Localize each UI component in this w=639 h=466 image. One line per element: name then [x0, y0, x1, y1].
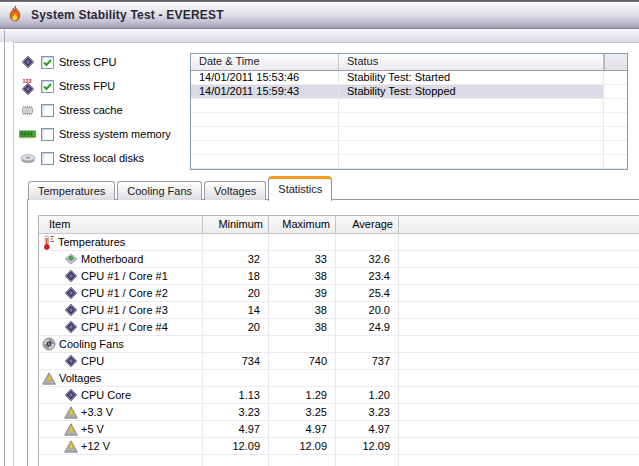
stress-label[interactable]: Stress cache [59, 104, 123, 116]
stats-average-cell: 12.09 [336, 438, 399, 454]
stress-checkbox-stress-cpu[interactable] [41, 56, 54, 69]
stats-minimum-cell: 32 [203, 251, 269, 267]
stats-item-label: CPU Core [81, 389, 131, 401]
stats-row-cpu-1-core-3[interactable]: CPU #1 / Core #3143820.0 [39, 302, 639, 319]
stress-label[interactable]: Stress FPU [59, 80, 115, 92]
stats-item-cell: CPU #1 / Core #4 [39, 319, 203, 335]
stats-row-cpu-1-core-1[interactable]: CPU #1 / Core #1183823.4 [39, 268, 639, 285]
log-cell-filler [604, 85, 627, 99]
stats-minimum-cell: 20 [203, 285, 269, 301]
stress-checkbox-stress-local-disks[interactable] [41, 152, 54, 165]
stats-empty-row [39, 455, 639, 466]
log-cell-datetime [191, 113, 339, 127]
stress-checkbox-stress-cache[interactable] [41, 104, 54, 117]
stats-item-cell: CPU #1 / Core #2 [39, 285, 203, 301]
stats-average-cell: 3.23 [336, 404, 399, 420]
stats-maximum-cell: 38 [269, 302, 336, 318]
window-title: System Stability Test - EVEREST [31, 8, 224, 22]
tab-statistics[interactable]: Statistics [268, 176, 332, 201]
log-column-header-status[interactable]: Status [339, 54, 604, 70]
stats-average-cell: 25.4 [336, 285, 399, 301]
stats-column-header-item[interactable]: Item [39, 216, 203, 233]
cpu-icon [64, 320, 78, 334]
window-left-border [4, 30, 5, 466]
stress-checkbox-stress-fpu[interactable] [41, 80, 54, 93]
stats-item-label: CPU #1 / Core #2 [81, 287, 168, 299]
stats-row-cpu-1-core-4[interactable]: CPU #1 / Core #4203824.9 [39, 319, 639, 336]
log-header-row: Date & Time Status [191, 54, 627, 71]
stats-row-motherboard[interactable]: Motherboard323332.6 [39, 251, 639, 268]
stats-item-cell: Motherboard [39, 251, 203, 267]
tab-label: Statistics [278, 183, 322, 195]
stats-row-12-v[interactable]: +12 V12.0912.0912.09 [39, 438, 639, 455]
stats-row-5-v[interactable]: +5 V4.974.974.97 [39, 421, 639, 438]
tab-voltages[interactable]: Voltages [204, 181, 266, 200]
log-column-header-datetime[interactable]: Date & Time [191, 54, 339, 70]
stats-maximum-cell: 12.09 [269, 438, 336, 454]
stats-minimum-cell: 1.13 [203, 387, 269, 403]
stress-checkbox-stress-system-memory[interactable] [41, 128, 54, 141]
log-cell-filler [604, 127, 627, 141]
stats-row-cooling-fans[interactable]: Cooling Fans [39, 336, 639, 353]
stats-filler-cell [399, 353, 639, 369]
titlebar[interactable]: System Stability Test - EVEREST [0, 2, 639, 29]
stats-row-cpu[interactable]: CPU734740737 [39, 353, 639, 370]
log-cell-filler [604, 99, 627, 113]
stats-row-voltages[interactable]: Voltages [39, 370, 639, 387]
stats-item-cell: CPU [39, 353, 203, 369]
stats-maximum-cell: 38 [269, 319, 336, 335]
log-cell-status [339, 155, 604, 169]
stats-row-cpu-1-core-2[interactable]: CPU #1 / Core #2203925.4 [39, 285, 639, 302]
flame-icon[interactable] [6, 5, 24, 25]
stats-column-header-average[interactable]: Average [336, 216, 399, 233]
stats-maximum-cell: 3.25 [269, 404, 336, 420]
stats-item-label: Temperatures [58, 236, 125, 248]
stats-maximum-cell: 33 [269, 251, 336, 267]
stats-item-cell: Cooling Fans [39, 336, 203, 352]
stats-minimum-cell: 4.97 [203, 421, 269, 437]
stress-option-row: Stress cache [18, 98, 188, 122]
stats-row-temperatures[interactable]: Temperatures [39, 234, 639, 251]
stats-minimum-cell: 734 [203, 353, 269, 369]
stats-minimum-cell: 12.09 [203, 438, 269, 454]
cpu-icon [18, 55, 37, 69]
log-cell-status [339, 141, 604, 155]
log-cell-status [339, 113, 604, 127]
stats-item-cell: +5 V [39, 421, 203, 437]
memory-icon [18, 128, 37, 141]
stress-option-row: Stress system memory [18, 122, 188, 146]
stats-column-header-minimum[interactable]: Minimum [203, 216, 269, 233]
log-row[interactable]: 14/01/2011 15:53:46Stability Test: Start… [191, 71, 627, 85]
tab-label: Temperatures [38, 185, 105, 197]
stats-average-cell: 4.97 [336, 421, 399, 437]
log-cell-filler [604, 71, 627, 85]
stats-item-cell: CPU #1 / Core #1 [39, 268, 203, 284]
log-empty-row[interactable] [191, 141, 627, 155]
stats-average-cell: 1.20 [336, 387, 399, 403]
stress-label[interactable]: Stress system memory [59, 128, 171, 140]
stress-label[interactable]: Stress CPU [59, 56, 116, 68]
stats-row-cpu-core[interactable]: CPU Core1.131.291.20 [39, 387, 639, 404]
stats-filler-cell [399, 455, 639, 466]
stats-filler-cell [399, 421, 639, 437]
log-cell-status: Stability Test: Stopped [339, 85, 604, 99]
log-empty-row[interactable] [191, 99, 627, 113]
tab-cooling-fans[interactable]: Cooling Fans [117, 181, 202, 200]
voltage-icon [64, 423, 78, 436]
log-row[interactable]: 14/01/2011 15:59:43Stability Test: Stopp… [191, 85, 627, 99]
log-empty-row[interactable] [191, 155, 627, 169]
stats-row-3-3-v[interactable]: +3.3 V3.233.253.23 [39, 404, 639, 421]
stats-item-cell: CPU Core [39, 387, 203, 403]
stats-column-header-maximum[interactable]: Maximum [269, 216, 336, 233]
stats-item-label: CPU #1 / Core #4 [81, 321, 168, 333]
stats-item-cell: +3.3 V [39, 404, 203, 420]
tab-temperatures[interactable]: Temperatures [28, 181, 115, 200]
log-cell-datetime [191, 155, 339, 169]
log-empty-row[interactable] [191, 113, 627, 127]
cpu-icon [64, 286, 78, 300]
cpu-icon [64, 354, 78, 368]
log-empty-row[interactable] [191, 127, 627, 141]
log-cell-status [339, 127, 604, 141]
stress-label[interactable]: Stress local disks [59, 152, 144, 164]
log-cell-datetime: 14/01/2011 15:53:46 [191, 71, 339, 85]
